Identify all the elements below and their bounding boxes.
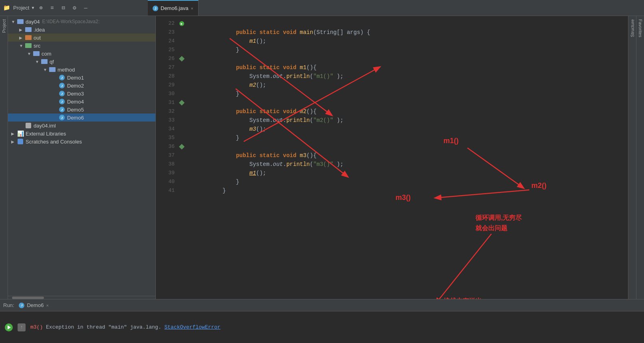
project-tree[interactable]: ▼ day04 E:\IDEA-WorkSpaceJava2: ▶ .idea … [8,16,155,296]
java-demo5-icon: J [58,106,66,113]
arrow-extlib: ▶ [11,132,17,136]
tree-label-src: src [34,43,40,49]
console-run-button[interactable] [5,323,13,331]
code-line-30 [189,90,628,98]
favorites-label[interactable]: Favorites [638,16,643,40]
folder-com-icon [33,50,40,57]
folder-out-icon [25,34,32,41]
tree-item-idea[interactable]: ▶ .idea [8,26,155,34]
tree-label-demo6: Demo6 [67,115,84,121]
code-lines[interactable]: public static void main(String[] args) {… [186,16,628,299]
gutter-36[interactable] [178,142,186,151]
tree-item-extlib[interactable]: ▶ 📊 External Libraries [8,130,155,138]
gutter-29 [178,81,186,90]
tree-label-extlib: External Libraries [26,131,66,137]
gutter-25 [178,46,186,54]
project-sidebar-label[interactable]: Project [2,16,6,36]
console-up-button[interactable]: ↑ [18,323,26,331]
run-icon-22[interactable]: ▶ [179,21,184,26]
method-marker-26[interactable] [179,56,185,62]
tree-label-scratches: Scratches and Consoles [26,139,82,145]
folder-day04-icon [17,18,24,25]
minimize-icon[interactable]: — [82,4,89,12]
tab-demo6-close[interactable]: × [191,6,193,11]
tree-item-demo4[interactable]: ▶ J Demo4 [8,98,155,106]
tab-demo6[interactable]: J Demo6.java × [148,0,199,16]
tree-item-out[interactable]: ▶ out [8,34,155,42]
tree-label-demo1: Demo1 [67,75,84,81]
sort-icon[interactable]: ≡ [48,4,56,12]
tab-demo6-icon: J [153,6,158,11]
code-line-40: } [189,177,628,186]
gutter-33 [178,116,186,125]
bottom-tab-icon: J [19,303,24,308]
console-output-mid: Exception in thread "main" java.lang. [46,324,161,330]
code-line-31: public static void m2(){ [189,98,628,107]
tree-item-demo3[interactable]: ▶ J Demo3 [8,90,155,98]
arrow-com: ▼ [27,52,33,56]
tree-item-demo5[interactable]: ▶ J Demo5 [8,106,155,114]
gutter: ▶ [178,16,186,299]
gutter-40 [178,177,186,186]
gutter-37 [178,151,186,160]
structure-label[interactable]: Structure [630,16,635,40]
bottom-panel: Run: J Demo6 × ↑ m3() Exception in threa… [0,299,644,343]
console-stackoverflow-link[interactable]: StackOverflowError [165,324,221,330]
settings-icon[interactable]: ⚙ [71,4,78,12]
tree-item-scratches[interactable]: ▶ Scratches and Consoles [8,138,155,146]
gutter-41 [178,186,186,195]
left-sidebar-strip: Project [0,16,8,299]
project-panel-scrollbar[interactable] [8,296,155,299]
tree-item-qf[interactable]: ▼ qf [8,58,155,66]
bottom-tab-demo6[interactable]: J Demo6 × [19,302,48,308]
method-marker-36[interactable] [179,144,185,150]
tree-label-demo4: Demo4 [67,99,84,105]
tree-item-demo6[interactable]: ▶ J Demo6 [8,114,155,122]
java-demo2-icon: J [58,82,66,89]
top-bar-left: 📁 Project ▼ ⊕ ≡ ⊟ ⚙ — [0,4,148,12]
java-demo4-icon: J [58,98,66,105]
tree-item-day04iml[interactable]: ▶ day04.iml [8,122,155,130]
folder-method-icon [49,66,56,73]
arrow-method: ▼ [43,68,49,72]
gutter-35 [178,134,186,142]
code-line-36: public static void m3(){ [189,142,628,151]
main-content: Project ▼ day04 E:\IDEA-WorkSpaceJava2: … [0,16,644,299]
project-icon: 📁 [3,4,10,11]
gutter-38 [178,160,186,169]
tree-label-iml: day04.iml [34,123,56,129]
tree-label-out: out [34,35,41,41]
gutter-31[interactable] [178,98,186,107]
arrow-src: ▼ [19,44,25,48]
tree-item-method[interactable]: ▼ method [8,66,155,74]
gutter-27 [178,63,186,72]
gutter-run-22[interactable]: ▶ [178,19,186,28]
tree-item-demo2[interactable]: ▶ J Demo2 [8,82,155,90]
tree-label-demo2: Demo2 [67,83,84,89]
bottom-tab-close[interactable]: × [46,303,48,308]
run-label: Run: [3,302,14,308]
method-marker-31[interactable] [179,100,185,106]
collapse-icon[interactable]: ⊟ [60,4,67,12]
gutter-39 [178,169,186,177]
tree-item-demo1[interactable]: ▶ J Demo1 [8,74,155,82]
tree-label-idea: .idea [34,27,45,33]
tree-path-day04: E:\IDEA-WorkSpaceJava2: [42,19,99,24]
arrow-idea: ▶ [19,28,25,32]
tree-label-demo3: Demo3 [67,91,84,97]
scratches-icon [17,138,24,145]
tree-item-day04[interactable]: ▼ day04 E:\IDEA-WorkSpaceJava2: [8,18,155,26]
scrollbar-thumb[interactable] [12,297,44,299]
tree-item-src[interactable]: ▼ src [8,42,155,50]
lib-icon: 📊 [17,130,24,137]
tab-bar: J Demo6.java × [148,0,644,16]
tree-item-com[interactable]: ▼ com [8,50,155,58]
code-content: 22 23 24 25 26 27 28 29 30 31 32 33 34 3… [156,16,628,299]
gutter-26[interactable] [178,54,186,63]
gutter-23 [178,28,186,37]
code-line-41 [189,186,628,195]
code-editor[interactable]: 22 23 24 25 26 27 28 29 30 31 32 33 34 3… [156,16,628,299]
project-dropdown[interactable]: Project ▼ [13,5,35,11]
add-icon[interactable]: ⊕ [37,4,44,12]
favorites-strip: Favorites [636,16,644,299]
